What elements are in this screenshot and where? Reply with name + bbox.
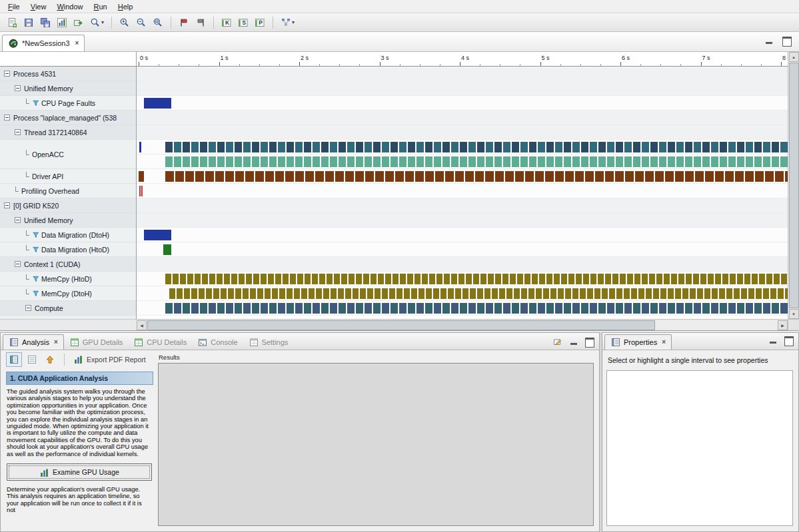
row-label-profiling-overhead[interactable]: Profiling Overhead	[0, 184, 136, 198]
menu-view[interactable]: View	[25, 1, 52, 12]
tree-collapse-icon[interactable]	[4, 115, 10, 121]
timeline-interval[interactable]	[139, 171, 144, 182]
timeline-interval[interactable]	[139, 186, 141, 196]
timeline-interval[interactable]	[165, 303, 788, 314]
hscroll-thumb[interactable]	[147, 320, 655, 330]
tree-collapse-icon[interactable]	[15, 217, 21, 223]
export-pdf-report-button[interactable]: Export PDF Report	[71, 352, 149, 367]
maximize-icon[interactable]	[584, 338, 594, 346]
minimize-icon[interactable]	[569, 338, 578, 346]
tree-collapse-icon[interactable]	[4, 202, 10, 208]
menu-help[interactable]: Help	[113, 1, 139, 12]
timeline-interval[interactable]	[165, 142, 788, 152]
zoom-in-button[interactable]	[117, 15, 133, 31]
menu-run[interactable]: Run	[89, 1, 113, 12]
tree-collapse-icon[interactable]	[25, 305, 31, 311]
tree-collapse-icon[interactable]	[15, 129, 21, 135]
session-tab-close-icon[interactable]: ×	[75, 40, 79, 47]
save-button[interactable]	[21, 15, 37, 31]
row-label-process-laplace-managed-538[interactable]: Process "laplace_managed" (538	[0, 111, 136, 125]
minimize-icon[interactable]	[764, 37, 774, 45]
timeline-interval[interactable]	[163, 244, 171, 255]
ruler-tick-label: 6 s	[622, 55, 630, 61]
row-label-thread-3172140864[interactable]: Thread 3172140864	[0, 125, 136, 140]
zoom-fit-button[interactable]	[150, 15, 166, 31]
row-label-memcpy-htod[interactable]: MemCpy (HtoD)	[0, 272, 136, 286]
guided-analysis-button[interactable]: ▾	[278, 15, 297, 31]
minimize-icon[interactable]	[768, 336, 778, 344]
row-label-context-1-cuda[interactable]: Context 1 (CUDA)	[0, 257, 136, 272]
row-label-driver-api[interactable]: Driver API	[0, 169, 136, 184]
tab-cpu-details[interactable]: CPU Details	[128, 334, 192, 350]
search-icon	[90, 17, 101, 28]
tab-gpu-details[interactable]: GPU Details	[64, 334, 129, 350]
row-label-data-migration-htod[interactable]: Data Migration (HtoD)	[0, 242, 136, 257]
tree-collapse-icon[interactable]	[4, 71, 10, 77]
timeline-interval[interactable]	[141, 186, 143, 196]
timeline-hscrollbar[interactable]: ◀ ▶	[137, 319, 788, 330]
examine-gpu-usage-button[interactable]: Examine GPU Usage	[7, 463, 152, 481]
timeline-interval[interactable]	[165, 156, 788, 167]
timeline-vscrollbar[interactable]: ▲ ▼	[788, 52, 799, 319]
analyze-pc-button[interactable]: P	[252, 15, 268, 31]
row-label-memcpy-dtoh[interactable]: MemCpy (DtoH)	[0, 286, 136, 301]
maximize-icon[interactable]	[782, 37, 791, 45]
timeline-interval[interactable]	[144, 230, 171, 240]
filter-icon[interactable]	[32, 231, 39, 238]
tab-console[interactable]: Console	[192, 334, 243, 350]
scroll-right-icon[interactable]: ▶	[778, 320, 788, 330]
row-label-unified-memory[interactable]: Unified Memory	[0, 213, 136, 228]
tab-analysis[interactable]: Analysis×	[3, 334, 64, 350]
maximize-icon[interactable]	[784, 336, 793, 344]
menu-window[interactable]: Window	[51, 1, 88, 12]
row-label-openacc[interactable]: OpenACC	[0, 140, 136, 169]
dropdown-arrow-icon[interactable]: ▾	[101, 19, 104, 25]
go-to-previous-marker-button[interactable]	[193, 15, 209, 31]
timeline-interval[interactable]	[139, 142, 141, 152]
unguided-mode-button[interactable]	[24, 352, 40, 367]
search-button[interactable]: ▾	[87, 15, 107, 31]
tree-collapse-icon[interactable]	[15, 261, 21, 267]
scroll-left-icon[interactable]: ◀	[137, 320, 147, 330]
timeline-ruler[interactable]: 0 s1 s2 s3 s4 s5 s6 s7 s8 s	[137, 52, 788, 67]
filter-icon[interactable]	[32, 275, 39, 282]
timeline-interval[interactable]	[165, 274, 788, 284]
timeline-lanes	[137, 67, 788, 319]
tab-close-icon[interactable]: ×	[54, 339, 58, 346]
view-menu-icon[interactable]	[552, 336, 563, 347]
vscroll-thumb[interactable]	[789, 63, 799, 308]
timeline-interval[interactable]	[169, 288, 788, 299]
tab-close-icon[interactable]: ×	[662, 339, 666, 346]
save-all-button[interactable]	[37, 15, 53, 31]
zoom-out-button[interactable]	[133, 15, 149, 31]
menu-file[interactable]: File	[3, 1, 25, 12]
timeline-interval[interactable]	[165, 171, 788, 182]
scroll-down-icon[interactable]: ▼	[789, 309, 799, 319]
import-button[interactable]	[71, 15, 87, 31]
dropdown-arrow-icon[interactable]: ▾	[292, 19, 295, 25]
filter-icon[interactable]	[32, 246, 39, 253]
ruler-tick	[339, 64, 340, 66]
promote-stage-button[interactable]	[42, 352, 58, 367]
timeline-interval[interactable]	[144, 98, 171, 109]
row-label-unified-memory[interactable]: Unified Memory	[0, 81, 136, 96]
nvvp-session-icon	[8, 38, 19, 49]
tab-properties[interactable]: Properties ×	[604, 334, 672, 350]
profile-application-button[interactable]	[54, 15, 70, 31]
tab-settings[interactable]: Settings	[243, 334, 294, 350]
tree-collapse-icon[interactable]	[15, 85, 21, 91]
guided-mode-button[interactable]	[6, 352, 22, 367]
row-label-0-grid-k520[interactable]: [0] GRID K520	[0, 198, 136, 213]
row-label-data-migration-dtoh[interactable]: Data Migration (DtoH)	[0, 228, 136, 242]
filter-icon[interactable]	[32, 290, 39, 297]
session-tab[interactable]: *NewSession3 ×	[2, 35, 85, 51]
analyze-kernel-button[interactable]: K	[219, 15, 235, 31]
go-to-marker-button[interactable]	[176, 15, 192, 31]
scroll-up-icon[interactable]: ▲	[789, 52, 799, 62]
row-label-process-4531[interactable]: Process 4531	[0, 67, 136, 81]
row-label-cpu-page-faults[interactable]: CPU Page Faults	[0, 96, 136, 111]
row-label-compute[interactable]: Compute	[0, 301, 136, 316]
new-session-button[interactable]	[4, 15, 20, 31]
analyze-source-button[interactable]: S	[235, 15, 251, 31]
filter-icon[interactable]	[32, 99, 39, 107]
